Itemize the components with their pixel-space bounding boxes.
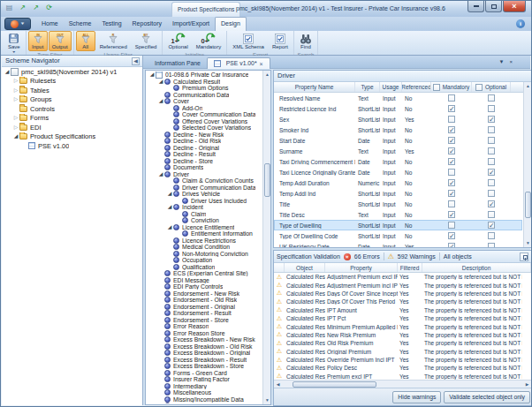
tree-item-entitlement-information[interactable]: Entitlement Information bbox=[147, 230, 262, 237]
tab-list-icon[interactable]: ▼ bbox=[499, 59, 505, 64]
tree-vertical-scrollbar[interactable]: ▲ ▼ bbox=[262, 71, 270, 404]
tab-close-icon[interactable]: × bbox=[260, 61, 263, 67]
tree-item-documents[interactable]: Documents bbox=[147, 164, 262, 171]
tree-item-pse-v1-00[interactable]: PSE v1.00 bbox=[2, 141, 142, 151]
optional-checkbox[interactable] bbox=[488, 158, 495, 165]
hide-warnings-button[interactable]: Hide warnings bbox=[392, 391, 441, 403]
expander-open-icon[interactable]: ◢ bbox=[157, 98, 164, 104]
validation-row[interactable]: ⚠Calculated ResultOriginal PremiumYesThe… bbox=[274, 348, 522, 356]
tree-item-rulesets[interactable]: ▷Rulesets bbox=[2, 77, 142, 87]
save-button[interactable]: Save▼ bbox=[4, 31, 24, 55]
property-row[interactable]: SurnameTextInputYes bbox=[274, 146, 522, 156]
tree-item-endorsement-old-risk[interactable]: Endorsement - Old Risk bbox=[147, 297, 262, 304]
property-row[interactable]: Temp Addl DurationNumericInputNo bbox=[274, 177, 522, 188]
property-row[interactable]: TitleShortListInputNo bbox=[274, 199, 522, 209]
optional-checkbox[interactable] bbox=[488, 105, 495, 112]
connect-alt-icon[interactable]: ↗ bbox=[31, 3, 41, 13]
tree-item-excess-breakdown-result[interactable]: Excess Breakdown - Result bbox=[147, 357, 262, 364]
specified-button[interactable]: BYSpecified bbox=[132, 31, 161, 51]
scroll-thumb[interactable] bbox=[264, 163, 270, 197]
tree-item-excess-breakdown-original[interactable]: Excess Breakdown - Original bbox=[147, 350, 262, 357]
scroll-down-icon[interactable]: ▼ bbox=[524, 240, 530, 246]
output-button[interactable]: OUTOutput bbox=[49, 31, 72, 51]
all-button[interactable]: ALLAll bbox=[76, 31, 95, 51]
application-menu-button[interactable]: ▼ bbox=[4, 18, 31, 30]
tree-item-licence-restrictions[interactable]: Licence Restrictions bbox=[147, 237, 262, 245]
tree-item-calculated-result[interactable]: ◢Calculated Result bbox=[147, 79, 262, 86]
mandatory-checkbox[interactable] bbox=[448, 147, 455, 155]
mandatory-checkbox[interactable] bbox=[448, 158, 455, 165]
optional-checkbox[interactable] bbox=[488, 116, 495, 123]
tree-item-decline-original[interactable]: Decline - Original bbox=[147, 145, 262, 152]
ribbon-tab-repository[interactable]: Repository bbox=[127, 17, 167, 31]
expander-open-icon[interactable]: ◢ bbox=[157, 79, 164, 85]
document-close-icon[interactable]: × bbox=[509, 59, 513, 64]
tree-item-selected-cover-variations[interactable]: Selected Cover Variations bbox=[147, 124, 262, 132]
refresh-icon[interactable]: ⟳ bbox=[44, 3, 54, 13]
tree-item-endorsement-original[interactable]: Endorsement - Original bbox=[147, 304, 262, 311]
expander-closed-icon[interactable]: ▷ bbox=[12, 87, 19, 94]
tree-item-driver-communication-data[interactable]: Driver Communication Data bbox=[147, 185, 262, 192]
property-row[interactable]: Type Of Dwelling CodeShortListInputNo bbox=[274, 230, 522, 241]
expander-closed-icon[interactable]: ▷ bbox=[12, 124, 19, 131]
scroll-thumb[interactable] bbox=[525, 192, 531, 218]
tree-item-excess-breakdown-old-risk[interactable]: Excess Breakdown - Old Risk bbox=[147, 343, 262, 350]
tree-item-controls[interactable]: Controls bbox=[2, 104, 142, 114]
property-row[interactable]: UK Residency DateDateInputYes bbox=[274, 241, 522, 247]
tree-item-forms[interactable]: ▷Forms bbox=[2, 114, 142, 124]
app-window-icon[interactable]: ▤ bbox=[4, 3, 14, 13]
tree-item-error-reason[interactable]: Error Reason bbox=[147, 323, 262, 330]
tree-item-decline-new-risk[interactable]: Decline - New Risk bbox=[147, 132, 262, 139]
tree-item-groups[interactable]: ▷Groups bbox=[2, 95, 142, 105]
expander-open-icon[interactable]: ◢ bbox=[157, 171, 164, 177]
expander-open-icon[interactable]: ◢ bbox=[4, 69, 11, 75]
tree-item-edi-message[interactable]: EDI Message bbox=[147, 277, 262, 284]
scroll-thumb[interactable] bbox=[293, 381, 376, 388]
column-header-referenced[interactable]: Referenced bbox=[402, 82, 431, 92]
expander-open-icon[interactable]: ◢ bbox=[166, 191, 173, 197]
column-header-filtered[interactable]: Filtered bbox=[398, 263, 422, 272]
optional-checkbox[interactable] bbox=[488, 147, 495, 155]
mandatory-checkbox[interactable] bbox=[448, 179, 455, 186]
tree-item-edi-party-controls[interactable]: EDI Party Controls bbox=[147, 283, 262, 290]
property-row[interactable]: Taxi Driving Commencement DateDateInputN… bbox=[274, 156, 522, 167]
tree-item-cover-communication-data[interactable]: Cover Communication Data bbox=[147, 111, 262, 118]
tree-item-premium-options[interactable]: Premium Options bbox=[147, 85, 262, 92]
expander-closed-icon[interactable]: ▷ bbox=[12, 96, 19, 102]
tree-item-product-specifications[interactable]: ◢Product Specifications bbox=[2, 132, 142, 142]
tab-information-pane[interactable]: Information Pane bbox=[148, 58, 207, 69]
ribbon-tab-home[interactable]: Home bbox=[36, 17, 64, 31]
report-button[interactable]: Report bbox=[269, 31, 292, 51]
error-count-badge[interactable]: 66 Errors bbox=[354, 253, 380, 260]
scroll-right-icon[interactable]: ▶ bbox=[524, 381, 530, 387]
mandatory-button[interactable]: 0+Mandatory bbox=[193, 31, 224, 51]
column-header-object[interactable]: Object bbox=[285, 263, 325, 272]
tree-item-tables[interactable]: ▷Tables bbox=[2, 86, 142, 95]
validation-row[interactable]: ⚠Calculated ResultMinimum Premium Applie… bbox=[274, 322, 522, 330]
tree-item-medical-condition[interactable]: Medical Condition bbox=[147, 244, 262, 251]
validation-horizontal-scrollbar[interactable]: ◀ ▶ bbox=[274, 380, 531, 388]
tab-pse-v1[interactable]: PSE v1.00* × bbox=[207, 57, 270, 69]
column-header-usage[interactable]: Usage bbox=[380, 82, 402, 92]
tree-item-error-reason-store[interactable]: Error Reason Store bbox=[147, 330, 262, 337]
tree-item-driver-uses-included[interactable]: Driver Uses Included bbox=[147, 198, 262, 205]
scroll-left-icon[interactable]: ◀ bbox=[275, 381, 281, 387]
tree-item-occupation[interactable]: Occupation bbox=[147, 257, 262, 264]
connect-icon[interactable]: ↗ bbox=[18, 3, 27, 13]
tree-item-intermediary[interactable]: Intermediary bbox=[147, 383, 262, 390]
mandatory-checkbox[interactable] bbox=[448, 116, 455, 123]
tree-item-endorsement-store[interactable]: Endorsement - Store bbox=[147, 317, 262, 324]
tree-item-communication-data[interactable]: Communication Data bbox=[147, 92, 262, 99]
header-checkbox[interactable] bbox=[475, 84, 483, 91]
tree-item-edi[interactable]: ▷EDI bbox=[2, 123, 142, 132]
column-header-type[interactable]: Type bbox=[355, 82, 380, 92]
tree-item-incident[interactable]: ◢Incident bbox=[147, 204, 262, 211]
tree-item-excess-breakdown-new-risk[interactable]: Excess Breakdown - New Risk bbox=[147, 336, 262, 343]
expander-closed-icon[interactable]: ▷ bbox=[12, 78, 19, 84]
tree-item-pmc-skl985-november-2014-v1[interactable]: ◢pmc_skl985(November 2014) v1 bbox=[2, 67, 142, 77]
tree-item-claim[interactable]: Claim bbox=[147, 211, 262, 218]
validation-row[interactable]: ⚠Calculated ResultDays Of Cover This Per… bbox=[274, 298, 522, 305]
mandatory-checkbox[interactable] bbox=[448, 169, 455, 176]
validation-row[interactable]: ⚠Calculated ResultPremium excl IPTYesThe… bbox=[274, 373, 522, 380]
scroll-down-icon[interactable]: ▼ bbox=[263, 397, 270, 403]
